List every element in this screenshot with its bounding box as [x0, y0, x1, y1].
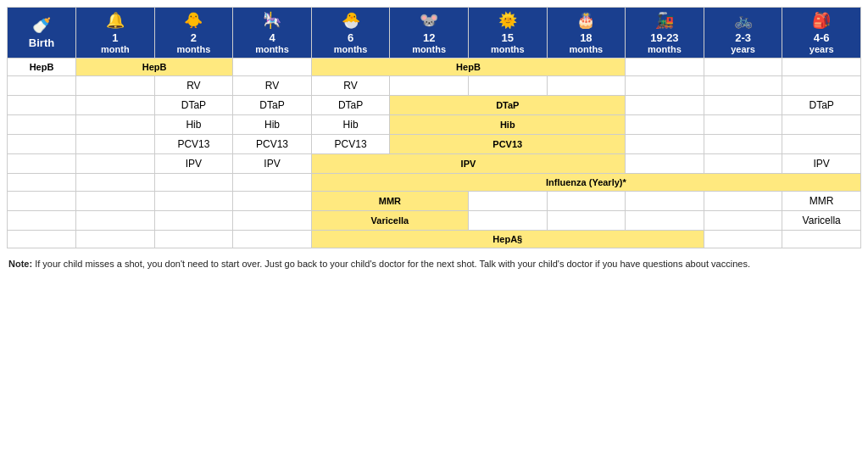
hepa-1m-empty	[76, 231, 155, 248]
hepb-19m-empty	[626, 59, 704, 76]
rv-12m-empty	[390, 76, 469, 96]
col-header-6months: 🐣 6 months	[311, 8, 390, 59]
ipv-2m: IPV	[154, 154, 233, 174]
col-header-15months: 🌞 15 months	[468, 8, 547, 59]
6months-icon: 🐣	[314, 11, 388, 30]
hepb-4m-empty	[233, 59, 312, 76]
15months-icon: 🌞	[470, 11, 545, 30]
varicella-row: Varicella Varicella	[8, 211, 861, 231]
dtap-4m: DTaP	[233, 96, 312, 115]
19months-icon: 🚂	[627, 11, 702, 30]
col-header-4years: 🎒 4-6 years	[782, 8, 861, 59]
dtap-1m-empty	[76, 96, 155, 115]
note-text: If your child misses a shot, you don't n…	[35, 259, 750, 269]
varicella-2m-empty	[154, 211, 233, 231]
hib-birth-empty	[8, 115, 76, 135]
hib-2m: Hib	[154, 115, 233, 135]
col-header-2years: 🚲 2-3 years	[704, 8, 782, 59]
col-header-2months: 🐥 2 months	[154, 8, 233, 59]
mmr-4m-empty	[233, 192, 312, 211]
col-header-birth: 🍼 Birth	[8, 8, 76, 59]
rv-4m: RV	[233, 76, 312, 96]
dtap-6m: DTaP	[311, 96, 390, 115]
vaccine-schedule-table: 🍼 Birth 🔔 1 month 🐥 2 months 🎠 4 months	[7, 7, 861, 248]
hepb-row: HepB HepB HepB	[8, 59, 861, 76]
hib-19m-empty	[626, 115, 704, 135]
mmr-19m-empty	[626, 192, 704, 211]
pcv13-2y-empty	[704, 135, 782, 154]
12months-icon: 🐭	[392, 11, 466, 30]
hepa-birth-empty	[8, 231, 76, 248]
mmr-1m-empty	[76, 192, 155, 211]
mmr-2y-empty	[704, 192, 782, 211]
influenza-6m-4y: Influenza (Yearly)*	[311, 174, 860, 192]
dtap-4y: DTaP	[782, 96, 861, 115]
dtap-row: DTaP DTaP DTaP DTaP DTaP	[8, 96, 861, 115]
mmr-18m-empty	[547, 192, 626, 211]
rv-18m-empty	[547, 76, 626, 96]
rv-1m-empty	[76, 76, 155, 96]
mmr-4y: MMR	[782, 192, 861, 211]
col-header-1month: 🔔 1 month	[76, 8, 155, 59]
rv-2m: RV	[154, 76, 233, 96]
col-header-19months: 🚂 19-23 months	[626, 8, 704, 59]
1month-icon: 🔔	[78, 11, 153, 30]
varicella-birth-empty	[8, 211, 76, 231]
hib-row: Hib Hib Hib Hib	[8, 115, 861, 135]
hepb-birth-1m: HepB	[76, 59, 233, 76]
mmr-birth-empty	[8, 192, 76, 211]
hib-2y-empty	[704, 115, 782, 135]
rv-4y-empty	[782, 76, 861, 96]
hepa-6m-19m: HepA§	[311, 231, 704, 248]
hib-4m: Hib	[233, 115, 312, 135]
pcv13-row: PCV13 PCV13 PCV13 PCV13	[8, 135, 861, 154]
hib-6m: Hib	[311, 115, 390, 135]
dtap-birth-empty	[8, 96, 76, 115]
pcv13-2m: PCV13	[154, 135, 233, 154]
ipv-6m-18m: IPV	[311, 154, 625, 174]
influenza-4m-empty	[233, 174, 312, 192]
hib-12m-18m: Hib	[390, 115, 626, 135]
2years-icon: 🚲	[706, 11, 781, 30]
col-header-4months: 🎠 4 months	[233, 8, 312, 59]
varicella-18m-empty	[547, 211, 626, 231]
18months-icon: 🎂	[549, 11, 624, 30]
note-section: Note: If your child misses a shot, you d…	[7, 255, 861, 272]
influenza-2m-empty	[154, 174, 233, 192]
influenza-birth-empty	[8, 174, 76, 192]
rv-15m-empty	[468, 76, 547, 96]
ipv-4y: IPV	[782, 154, 861, 174]
varicella-2y-empty	[704, 211, 782, 231]
rv-19m-empty	[626, 76, 704, 96]
dtap-12m-18m: DTaP	[390, 96, 626, 115]
hepa-2m-empty	[154, 231, 233, 248]
dtap-2m: DTaP	[154, 96, 233, 115]
varicella-4y: Varicella	[782, 211, 861, 231]
dtap-19m-empty	[626, 96, 704, 115]
2months-icon: 🐥	[157, 11, 231, 30]
pcv13-4m: PCV13	[233, 135, 312, 154]
note-label: Note:	[8, 259, 32, 269]
mmr-row: MMR MMR	[8, 192, 861, 211]
hepa-4y-empty	[782, 231, 861, 248]
mmr-2m-empty	[154, 192, 233, 211]
mmr-15m-empty	[468, 192, 547, 211]
rv-6m: RV	[311, 76, 390, 96]
col-header-12months: 🐭 12 months	[390, 8, 469, 59]
hepa-row: HepA§	[8, 231, 861, 248]
rv-2y-empty	[704, 76, 782, 96]
dtap-2y-empty	[704, 96, 782, 115]
varicella-4m-empty	[233, 211, 312, 231]
ipv-birth-empty	[8, 154, 76, 174]
hib-4y-empty	[782, 115, 861, 135]
influenza-row: Influenza (Yearly)*	[8, 174, 861, 192]
rv-birth-empty	[8, 76, 76, 96]
ipv-2y-empty	[704, 154, 782, 174]
mmr-6m-12m: MMR	[311, 192, 468, 211]
hepa-2y-empty	[704, 231, 782, 248]
hepb-2y-empty	[704, 59, 782, 76]
hepb-label: HepB	[8, 59, 76, 76]
pcv13-19m-empty	[626, 135, 704, 154]
influenza-1m-empty	[76, 174, 155, 192]
pcv13-6m: PCV13	[311, 135, 390, 154]
